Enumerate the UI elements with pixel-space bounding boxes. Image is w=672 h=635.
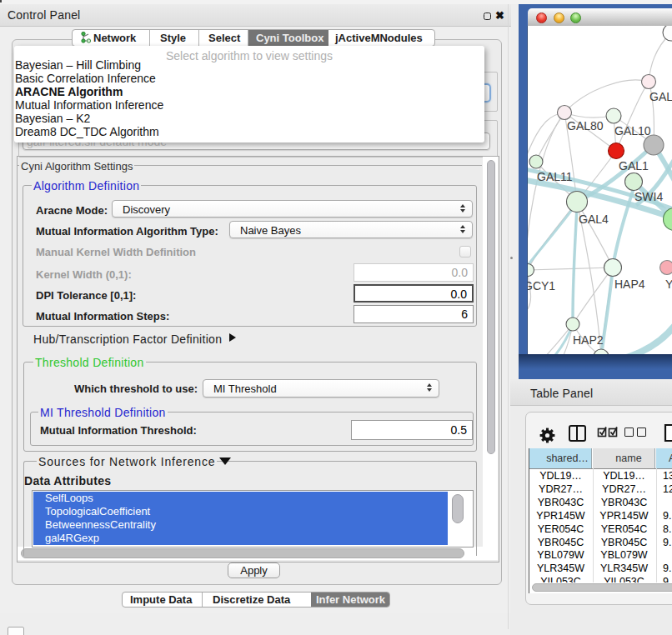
svg-text:GAL80: GAL80 [567, 119, 604, 132]
svg-text:GAL4: GAL4 [579, 212, 609, 226]
svg-text:HAP2: HAP2 [573, 333, 604, 347]
svg-text:GAL7: GAL7 [649, 90, 672, 103]
svg-text:GAL1: GAL1 [619, 159, 649, 172]
svg-text:GAL10: GAL10 [614, 124, 651, 138]
svg-text:Y: Y [665, 278, 672, 291]
svg-text:GCY1: GCY1 [528, 279, 555, 292]
svg-text:HAP4: HAP4 [614, 278, 645, 291]
svg-text:SWI4: SWI4 [634, 190, 663, 203]
svg-text:GAL11: GAL11 [537, 170, 573, 183]
